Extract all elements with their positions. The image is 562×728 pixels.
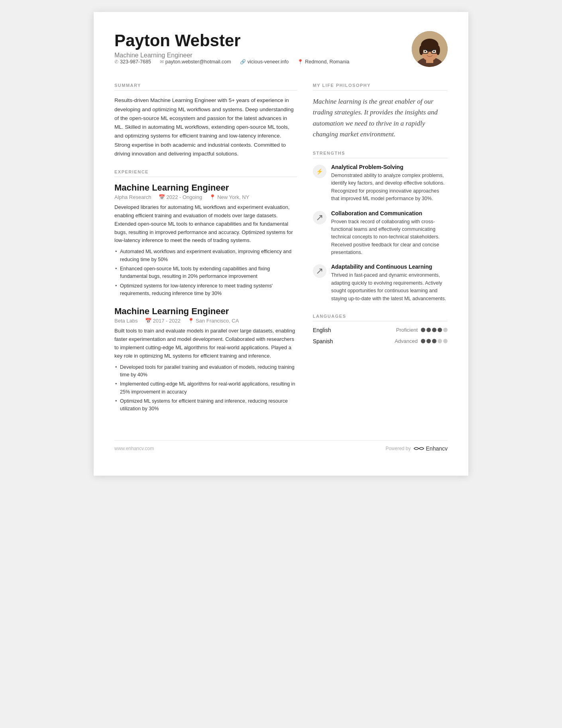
experience-label: EXPERIENCE — [114, 169, 297, 174]
strength-title-1: Analytical Problem-Solving — [331, 164, 448, 170]
language-spanish: Spanish Advanced — [313, 338, 448, 344]
strength-icon-2 — [313, 211, 326, 224]
language-level-english: Proficient — [396, 327, 418, 333]
summary-text: Results-driven Machine Learning Engineer… — [114, 96, 297, 158]
strength-content-1: Analytical Problem-Solving Demonstrated … — [331, 164, 448, 203]
header-left: Payton Webster Machine Learning Engineer… — [114, 31, 402, 76]
link-icon: 🔗 — [240, 59, 246, 65]
job-desc-1: Developed libraries for automating ML wo… — [114, 203, 297, 245]
footer-website: www.enhancv.com — [114, 446, 154, 451]
dot-s1 — [421, 339, 425, 343]
enhancv-logo-icon — [413, 445, 424, 452]
dot-3 — [432, 328, 436, 332]
svg-point-14 — [433, 51, 435, 52]
dot-1 — [421, 328, 425, 332]
language-name-spanish: Spanish — [313, 338, 333, 344]
avatar — [412, 31, 448, 67]
summary-label: SUMMARY — [114, 83, 297, 88]
job-location-2: 📍 San Francisco, CA — [188, 318, 239, 324]
contact-bar: ✆ 323-987-7685 ✉ payton.webster@hotmail.… — [114, 59, 402, 65]
job-meta-1: Alpha Research 📅 2022 - Ongoing 📍 New Yo… — [114, 194, 297, 200]
footer: www.enhancv.com Powered by Enhancv — [114, 440, 448, 452]
brand-name: Enhancv — [426, 445, 448, 452]
strength-title-3: Adaptability and Continuous Learning — [331, 264, 448, 270]
bullet-1-3: Optimized systems for low-latency infere… — [114, 282, 297, 298]
bullet-1-2: Enhanced open-source ML tools by extendi… — [114, 265, 297, 281]
languages-label: LANGUAGES — [313, 314, 448, 319]
candidate-title: Machine Learning Engineer — [114, 52, 402, 59]
main-content: SUMMARY Results-driven Machine Learning … — [114, 83, 448, 424]
languages-divider — [313, 321, 448, 321]
calendar-icon-2: 📅 — [145, 318, 151, 324]
svg-point-13 — [424, 51, 426, 52]
email-icon: ✉ — [160, 59, 164, 65]
right-column: MY LIFE PHILOSOPHY Machine learning is t… — [313, 83, 448, 424]
location-icon: 📍 — [297, 59, 303, 65]
philosophy-section: MY LIFE PHILOSOPHY Machine learning is t… — [313, 83, 448, 140]
strength-item-3: Adaptability and Continuous Learning Thr… — [313, 264, 448, 303]
bullet-2-2: Implemented cutting-edge ML algorithms f… — [114, 380, 297, 396]
dot-s2 — [426, 339, 431, 343]
philosophy-label: MY LIFE PHILOSOPHY — [313, 83, 448, 88]
language-right-english: Proficient — [396, 327, 448, 333]
strength-item-1: ⚡ Analytical Problem-Solving Demonstrate… — [313, 164, 448, 203]
philosophy-text: Machine learning is the great enabler of… — [313, 96, 448, 140]
pin-icon-2: 📍 — [188, 318, 194, 324]
experience-divider — [114, 177, 297, 177]
language-name-english: English — [313, 327, 331, 333]
language-right-spanish: Advanced — [395, 338, 448, 344]
dot-5 — [443, 328, 448, 332]
job-bullets-2: Developed tools for parallel training an… — [114, 364, 297, 413]
dot-2 — [426, 328, 431, 332]
languages-section: LANGUAGES English Proficient — [313, 314, 448, 344]
contact-website: 🔗 vicious-veneer.info — [240, 59, 289, 65]
strengths-divider — [313, 158, 448, 158]
strength-desc-3: Thrived in fast-paced and dynamic enviro… — [331, 272, 448, 303]
language-dots-english — [421, 328, 448, 332]
pin-icon-1: 📍 — [209, 194, 216, 200]
enhancv-logo: Enhancv — [413, 445, 448, 452]
summary-divider — [114, 90, 297, 91]
job-dates-2: 📅 2017 - 2022 — [145, 318, 181, 324]
phone-icon: ✆ — [114, 59, 118, 65]
contact-location: 📍 Redmond, Romania — [297, 59, 349, 65]
job-dates-1: 📅 2022 - Ongoing — [159, 194, 202, 200]
job-company-1: Alpha Research — [114, 194, 151, 200]
job-company-2: Beta Labs — [114, 318, 138, 324]
contact-phone: ✆ 323-987-7685 — [114, 59, 151, 65]
footer-brand: Powered by Enhancv — [385, 445, 448, 452]
job-desc-2: Built tools to train and evaluate models… — [114, 327, 297, 360]
strength-content-2: Collaboration and Communication Proven t… — [331, 210, 448, 257]
strengths-section: STRENGTHS ⚡ Analytical Problem-Solving D… — [313, 151, 448, 303]
language-dots-spanish — [421, 339, 448, 343]
job-title-1: Machine Learning Engineer — [114, 183, 297, 193]
strength-desc-2: Proven track record of collaborating wit… — [331, 218, 448, 257]
job-title-2: Machine Learning Engineer — [114, 306, 297, 317]
avatar-placeholder — [412, 31, 448, 67]
bullet-1-1: Automated ML workflows and experiment ev… — [114, 248, 297, 264]
job-location-1: 📍 New York, NY — [209, 194, 249, 200]
dot-s3 — [432, 339, 436, 343]
bullet-2-1: Developed tools for parallel training an… — [114, 364, 297, 379]
strengths-label: STRENGTHS — [313, 151, 448, 155]
language-level-spanish: Advanced — [395, 338, 418, 344]
job-meta-2: Beta Labs 📅 2017 - 2022 📍 San Francisco,… — [114, 318, 297, 324]
candidate-name: Payton Webster — [114, 31, 402, 50]
strength-item-2: Collaboration and Communication Proven t… — [313, 210, 448, 257]
resume-page: Payton Webster Machine Learning Engineer… — [94, 12, 468, 476]
philosophy-divider — [313, 90, 448, 91]
job-entry-2: Machine Learning Engineer Beta Labs 📅 20… — [114, 306, 297, 413]
strength-content-3: Adaptability and Continuous Learning Thr… — [331, 264, 448, 303]
dot-s4 — [438, 339, 442, 343]
strength-desc-1: Demonstrated ability to analyze complex … — [331, 172, 448, 203]
calendar-icon-1: 📅 — [159, 194, 165, 200]
strength-icon-1: ⚡ — [313, 165, 326, 178]
powered-by-text: Powered by — [385, 446, 411, 451]
contact-email: ✉ payton.webster@hotmail.com — [160, 59, 231, 65]
job-bullets-1: Automated ML workflows and experiment ev… — [114, 248, 297, 297]
strength-icon-3 — [313, 264, 326, 278]
experience-section: EXPERIENCE Machine Learning Engineer Alp… — [114, 169, 297, 413]
bullet-2-3: Optimized ML systems for efficient train… — [114, 397, 297, 413]
strength-title-2: Collaboration and Communication — [331, 210, 448, 216]
dot-s5 — [443, 339, 448, 343]
